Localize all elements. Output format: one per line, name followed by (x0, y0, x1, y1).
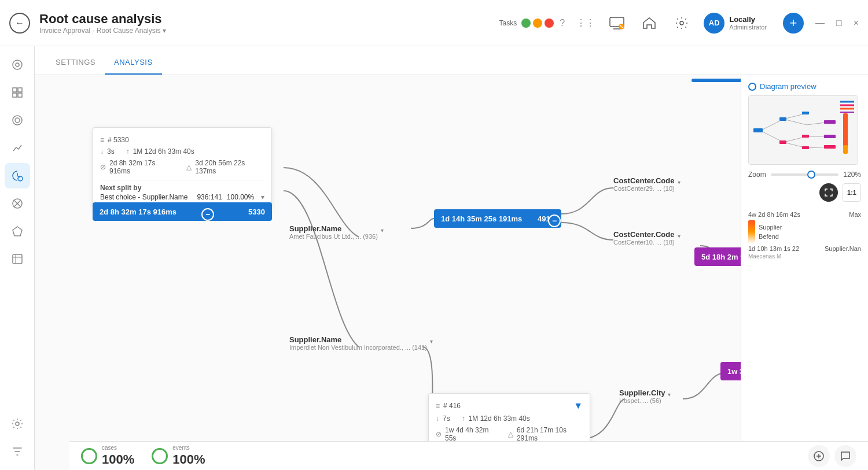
sidebar-settings[interactable] (5, 411, 30, 436)
sidebar-item-7[interactable] (5, 219, 30, 244)
cost-center-2-dropdown[interactable]: ▾ (678, 233, 681, 239)
mid-max: ↑ 1M 12d 6h 33m 40s (462, 415, 530, 423)
tab-analysis[interactable]: ANALYSIS (105, 51, 162, 75)
supplier-name-bottom: Supplier.Name Imperdiet Non Vestibulum I… (289, 335, 427, 351)
root-split-choice: Best choice - Supplier.Name 936:141 100.… (100, 193, 264, 201)
top-blue-bar[interactable]: 1d 14h 35m 25s 191ms 4914 (434, 209, 561, 228)
zoom-slider[interactable] (771, 173, 839, 176)
cost-center-2: CostCenter.Code CostCenter10. ... (18) ▾ (613, 230, 675, 246)
close-icon[interactable]: × (854, 18, 859, 28)
svg-rect-17 (13, 254, 22, 264)
svg-point-4 (680, 21, 683, 25)
layout-btn[interactable] (808, 445, 830, 467)
svg-point-20 (16, 422, 19, 425)
sidebar-item-2[interactable] (5, 80, 30, 105)
top-blue-collapse[interactable]: − (548, 214, 561, 227)
legend-befend: Befend (759, 233, 782, 240)
grid-icon[interactable]: ⋮⋮ (576, 17, 595, 28)
root-max: ↑ 1M 12d 6h 33m 40s (126, 147, 194, 156)
mid-avg: ⊘ 1w 4d 4h 32m 55s (436, 426, 496, 442)
cost-center-1: CostCenter.Code CostCenter29. ... (10) ▾ (613, 176, 675, 192)
subtitle-arrow: ▾ (163, 27, 166, 35)
monitor-icon[interactable] (606, 13, 627, 34)
subtitle[interactable]: Invoice Approval - Root Cause Analysis ▾ (39, 27, 499, 35)
add-button[interactable]: + (783, 13, 804, 34)
zoom-thumb[interactable] (807, 171, 815, 179)
svg-point-13 (18, 176, 23, 181)
page-title: Root cause analysis (39, 12, 499, 27)
fit-icon-btn[interactable] (819, 183, 838, 202)
mid-dev: △ 6d 21h 17m 10s 291ms (508, 426, 583, 442)
svg-rect-33 (802, 112, 809, 114)
svg-rect-41 (843, 145, 848, 154)
svg-rect-39 (824, 145, 836, 149)
svg-rect-38 (802, 146, 809, 149)
sidebar-item-3[interactable] (5, 108, 30, 133)
header-title-area: Root cause analysis Invoice Approval - R… (39, 12, 499, 35)
user-area[interactable]: AD Locally Administrator (704, 13, 767, 34)
events-label: events (172, 445, 205, 451)
chat-btn[interactable] (834, 445, 856, 467)
events-info: events 100% (172, 445, 205, 467)
svg-point-12 (15, 118, 20, 123)
svg-rect-35 (802, 135, 809, 138)
task-dot-green (521, 18, 531, 28)
back-button[interactable]: ← (9, 13, 30, 34)
legend-max-time: 4w 2d 8h 16m 42s (748, 211, 800, 218)
zoom-row: Zoom 120% (748, 171, 861, 179)
svg-rect-21 (749, 96, 858, 165)
svg-point-6 (16, 63, 19, 66)
root-collapse-btn[interactable]: − (201, 208, 214, 221)
sidebar-item-8[interactable] (5, 246, 30, 272)
supplier-name-top-dropdown[interactable]: ▾ (381, 227, 384, 234)
thumbnail-svg (749, 96, 858, 165)
tab-settings[interactable]: SETTINGS (46, 51, 105, 75)
svg-rect-31 (753, 128, 763, 132)
legend-color-bar (748, 220, 755, 243)
sidebar-filter[interactable] (5, 439, 30, 464)
tasks-label: Tasks (499, 19, 517, 27)
cases-info: cases 100% (102, 445, 134, 467)
header-actions: ? ⋮⋮ AD Locally (560, 13, 859, 34)
diagram-preview-title: Diagram preview (760, 82, 816, 91)
tabs-area: SETTINGS ANALYSIS (35, 46, 868, 75)
svg-rect-34 (824, 120, 836, 124)
root-node-bar[interactable]: 2d 8h 32m 17s 916ms 5330 (93, 202, 272, 221)
svg-rect-10 (18, 93, 22, 97)
user-name: Locally (729, 15, 767, 24)
cost-center-1-dropdown[interactable]: ▾ (678, 179, 681, 186)
root-count: ≡ # 5330 (100, 136, 264, 144)
bottom-bar: cases 100% events 100% (69, 441, 868, 470)
help-icon[interactable]: ? (560, 18, 565, 28)
settings-icon[interactable] (671, 13, 692, 34)
zoom-label: Zoom (748, 171, 766, 179)
supplier-name-top: Supplier.Name Amet Faucibus Ut Ltd., ...… (289, 224, 378, 240)
cases-label: cases (102, 445, 134, 451)
minimize-icon[interactable]: — (815, 18, 825, 28)
bottom-actions (808, 445, 856, 467)
diagram-thumbnail[interactable] (748, 95, 858, 165)
legend-bottom-time: 1d 10h 13m 1s 22 (748, 245, 799, 252)
main-canvas: ≡ # 5330 ↓ 3s ↑ 1M 12d 6h 33m 40s ⊘ 2d 8… (35, 75, 868, 470)
sidebar-item-4[interactable] (5, 135, 30, 161)
sidebar-item-6[interactable] (5, 191, 30, 216)
mid-filter-icon[interactable]: ▼ (573, 401, 583, 411)
legend-area: 4w 2d 8h 16m 42s Max Supplier Befend 1d … (748, 211, 861, 260)
sidebar-item-5[interactable] (5, 163, 30, 188)
sidebar (0, 46, 35, 470)
legend-supplier-nan: Supplier.Nan (825, 245, 861, 252)
supplier-name-bottom-dropdown[interactable]: ▾ (430, 338, 433, 345)
diagram-preview-header: Diagram preview (748, 82, 861, 91)
mid-min: ↓ 7s (436, 415, 450, 423)
cases-circle (81, 448, 97, 464)
split-dropdown[interactable]: ▾ (261, 193, 264, 201)
one-to-one-btn[interactable]: 1:1 (843, 183, 861, 202)
supplier-city-1-dropdown[interactable]: ▾ (668, 391, 671, 398)
zoom-value: 120% (843, 171, 861, 179)
subtitle-text: Invoice Approval - Root Cause Analysis (39, 27, 160, 35)
svg-rect-7 (13, 88, 17, 92)
header: ← Root cause analysis Invoice Approval -… (0, 0, 868, 46)
sidebar-item-1[interactable] (5, 52, 30, 77)
home-icon[interactable] (639, 13, 660, 34)
maximize-icon[interactable]: □ (836, 18, 842, 28)
